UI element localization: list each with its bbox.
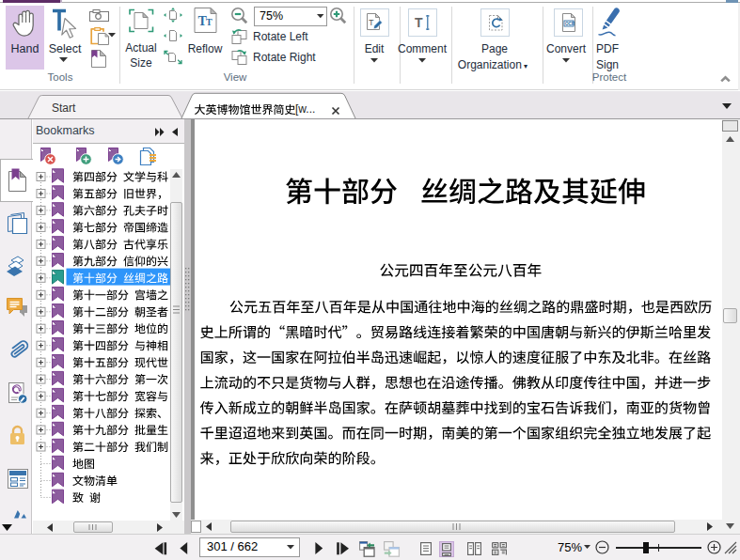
svg-text:T: T xyxy=(206,17,213,27)
svg-text:T: T xyxy=(415,15,423,30)
svg-text:T: T xyxy=(369,18,374,27)
svg-text:OCR: OCR xyxy=(565,22,575,26)
